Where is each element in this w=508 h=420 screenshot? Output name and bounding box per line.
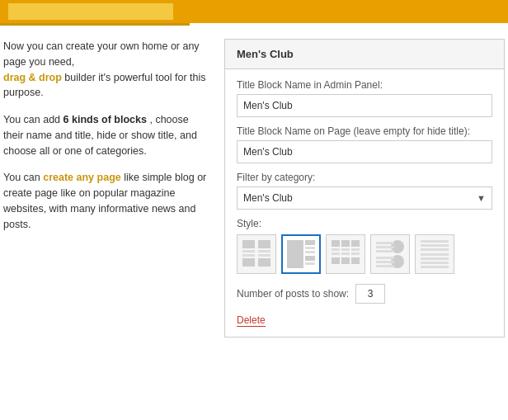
svg-rect-5 <box>258 254 270 257</box>
svg-rect-1 <box>258 240 270 248</box>
style-thumb-3[interactable] <box>326 234 365 274</box>
bold-create-page: create any page <box>43 172 121 183</box>
svg-rect-10 <box>305 247 315 249</box>
svg-rect-9 <box>305 240 315 245</box>
field-group-page-title: Title Block Name on Page (leave empty fo… <box>237 125 492 163</box>
field-group-admin-title: Title Block Name in Admin Panel: <box>237 79 492 117</box>
svg-rect-27 <box>376 242 394 244</box>
svg-rect-37 <box>421 253 449 256</box>
svg-rect-23 <box>332 257 340 264</box>
svg-rect-17 <box>332 248 340 251</box>
svg-rect-35 <box>421 244 449 247</box>
category-select[interactable]: Men's Club <box>237 186 492 210</box>
svg-rect-7 <box>258 258 270 267</box>
field2-label: Title Block Name on Page (leave empty fo… <box>237 125 492 137</box>
svg-rect-32 <box>376 261 394 263</box>
style-label: Style: <box>237 218 492 229</box>
svg-rect-21 <box>351 248 360 251</box>
style-thumb-5[interactable] <box>415 234 454 274</box>
svg-rect-8 <box>287 240 303 268</box>
svg-rect-24 <box>341 257 350 264</box>
svg-rect-2 <box>242 250 255 252</box>
svg-rect-0 <box>242 240 255 248</box>
left-panel: Now you can create your own home or any … <box>0 39 216 337</box>
svg-rect-25 <box>351 257 360 264</box>
svg-rect-34 <box>421 240 449 243</box>
style-thumbnails <box>237 234 492 274</box>
svg-rect-19 <box>341 248 350 251</box>
svg-rect-16 <box>351 240 360 247</box>
svg-rect-11 <box>305 251 315 253</box>
top-bar-input[interactable] <box>8 3 173 20</box>
svg-rect-38 <box>421 257 449 260</box>
svg-rect-36 <box>421 248 449 251</box>
posts-label: Number of posts to show: <box>237 288 349 300</box>
left-para-2: You can add 6 kinds of blocks , choose t… <box>3 112 208 158</box>
bold-drag-drop: drag & drop <box>3 72 62 83</box>
svg-rect-13 <box>305 262 315 265</box>
svg-rect-22 <box>351 252 360 255</box>
field1-input[interactable] <box>237 94 492 117</box>
svg-rect-33 <box>376 265 394 267</box>
top-bar <box>0 0 508 23</box>
field-group-category: Filter by category: Men's Club ▼ <box>237 172 492 210</box>
style-thumb-4[interactable] <box>370 234 410 274</box>
panel-header: Men's Club <box>225 40 504 69</box>
posts-input[interactable] <box>355 284 385 304</box>
svg-rect-40 <box>421 266 449 268</box>
svg-rect-12 <box>305 256 315 261</box>
svg-rect-31 <box>376 257 394 259</box>
svg-rect-39 <box>421 262 449 264</box>
svg-rect-18 <box>332 252 340 255</box>
bold-6kinds: 6 kinds of blocks <box>64 114 147 125</box>
posts-row: Number of posts to show: <box>237 284 492 304</box>
style-thumb-1[interactable] <box>237 234 276 274</box>
style-thumb-2[interactable] <box>281 234 321 274</box>
svg-rect-15 <box>341 240 350 247</box>
svg-rect-4 <box>258 250 270 252</box>
field2-input[interactable] <box>237 140 492 163</box>
field-group-style: Style: <box>237 218 492 274</box>
delete-button[interactable]: Delete <box>237 314 266 327</box>
category-select-wrapper: Men's Club ▼ <box>237 186 492 210</box>
svg-rect-20 <box>341 252 350 255</box>
field1-label: Title Block Name in Admin Panel: <box>237 79 492 91</box>
main-content: Now you can create your own home or any … <box>0 26 508 337</box>
svg-rect-6 <box>242 258 255 267</box>
left-para-1: Now you can create your own home or any … <box>3 39 208 101</box>
panel-body: Title Block Name in Admin Panel: Title B… <box>225 69 504 337</box>
field3-label: Filter by category: <box>237 172 492 183</box>
left-para-3: You can create any page like simple blog… <box>3 170 208 232</box>
svg-rect-29 <box>376 250 394 252</box>
right-panel: Men's Club Title Block Name in Admin Pan… <box>224 39 505 337</box>
svg-rect-28 <box>376 246 394 248</box>
svg-rect-14 <box>332 240 340 247</box>
svg-rect-3 <box>242 254 255 257</box>
